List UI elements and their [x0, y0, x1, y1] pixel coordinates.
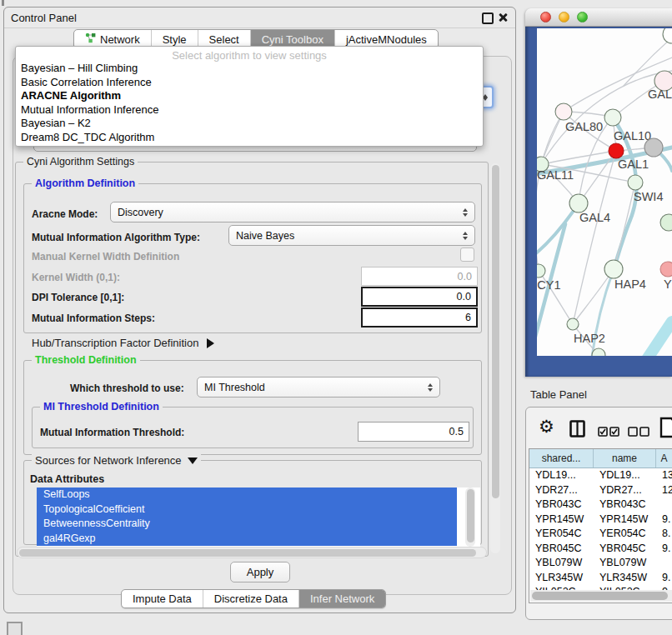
table-row[interactable]: YBL079WYBL079W — [529, 556, 672, 571]
mi-algorithm-type-value: Naive Bayes — [236, 230, 463, 242]
data-attribute-item[interactable]: SelfLoops — [37, 488, 457, 502]
apply-button[interactable]: Apply — [230, 562, 290, 582]
mi-threshold-group-title: MI Threshold Definition — [40, 401, 163, 412]
network-node[interactable] — [555, 103, 572, 120]
deselect-all-checkboxes-icon[interactable] — [628, 425, 649, 440]
network-node[interactable] — [609, 143, 624, 158]
sources-group-title: Sources for Network Inference — [35, 454, 182, 467]
network-canvas[interactable]: GALGAL80GAL10GAL1GAL11SWI4GAL4GCY1HAP4YH… — [537, 28, 672, 356]
network-node[interactable] — [628, 175, 643, 190]
collapse-down-icon[interactable] — [188, 458, 198, 464]
network-window-titlebar[interactable] — [525, 8, 672, 27]
network-node[interactable] — [663, 28, 672, 43]
which-threshold-value: MI Threshold — [204, 382, 428, 393]
table-cell: YDL19... — [529, 468, 594, 483]
table-row[interactable]: YDR27...YDR27...12 — [529, 483, 672, 498]
algorithm-option[interactable]: Basic Correlation Inference — [16, 76, 483, 90]
threshold-definition-title: Threshold Definition — [32, 354, 140, 366]
manual-kernel-checkbox[interactable] — [460, 248, 474, 262]
collapsed-panel-icon[interactable] — [7, 622, 23, 635]
table-row[interactable]: YLR345WYLR345W9. — [529, 571, 672, 586]
table-cell: YDL19... — [594, 468, 656, 483]
table-cell: YDR27... — [529, 483, 594, 498]
scrollbar-thumb[interactable] — [467, 489, 474, 542]
network-graph[interactable]: GALGAL80GAL10GAL1GAL11SWI4GAL4GCY1HAP4YH… — [537, 28, 672, 356]
data-attribute-item[interactable]: TopologicalCoefficient — [37, 502, 457, 518]
tab-infer-network[interactable]: Infer Network — [299, 590, 385, 608]
table-row[interactable]: YPR145WYPR145W9. — [529, 512, 672, 528]
aracne-mode-combobox[interactable]: Discovery — [110, 202, 475, 222]
which-threshold-combobox[interactable]: MI Threshold — [197, 377, 440, 398]
column-header-0[interactable]: shared... — [529, 449, 594, 468]
table-cell — [656, 498, 672, 512]
table-cell: YPR145W — [594, 512, 656, 528]
network-node[interactable] — [660, 262, 672, 277]
settings-horizontal-scrollbar[interactable] — [17, 547, 487, 558]
table-cell: 12 — [656, 483, 672, 498]
table-horizontal-scrollbar[interactable] — [530, 590, 672, 602]
network-view-window: GALGAL80GAL10GAL1GAL11SWI4GAL4GCY1HAP4YH… — [525, 8, 672, 377]
network-edge[interactable] — [634, 322, 672, 356]
algorithm-option[interactable]: ARACNE Algorithm — [16, 89, 483, 103]
combobox-spinner-icon — [463, 208, 468, 217]
column-header-1[interactable]: name — [594, 449, 656, 468]
mi-algorithm-type-combobox[interactable]: Naive Bayes — [228, 225, 475, 246]
tab-discretize-data[interactable]: Discretize Data — [203, 590, 299, 608]
table-row[interactable]: YER054CYER054C8. — [529, 527, 672, 542]
data-attribute-item[interactable]: BetweennessCentrality — [37, 517, 457, 532]
table-row[interactable]: YBR043CYBR043C — [529, 498, 672, 512]
combobox-spinner-icon — [428, 383, 433, 392]
table-cell: 9. — [656, 512, 672, 528]
tab-label: Infer Network — [310, 592, 374, 605]
hub-definition-label: Hub/Transcription Factor Definition — [32, 337, 198, 349]
attributes-list-scrollbar[interactable] — [465, 488, 475, 547]
column-header-2[interactable]: A — [656, 449, 672, 468]
table-cell: YLR345W — [594, 571, 656, 586]
hub-definition-row[interactable]: Hub/Transcription Factor Definition — [32, 337, 214, 349]
network-node-label: GAL10 — [614, 129, 651, 142]
cyni-settings-title: Cyni Algorithm Settings — [23, 156, 138, 168]
network-node[interactable] — [604, 260, 623, 278]
data-attributes-list[interactable]: SelfLoopsTopologicalCoefficientBetweenne… — [37, 488, 480, 547]
table-cell: YDR27... — [594, 483, 656, 498]
node-table: shared...nameA YDL19...YDL19...13YDR27..… — [529, 448, 672, 603]
scrollbar-thumb[interactable] — [492, 165, 499, 498]
expand-right-icon[interactable] — [207, 338, 214, 348]
document-icon[interactable] — [659, 417, 672, 442]
dpi-tolerance-field[interactable]: 0.0 — [361, 287, 478, 307]
tab-impute-data[interactable]: Impute Data — [122, 590, 203, 608]
combobox-spinner-icon — [463, 232, 468, 240]
float-window-icon[interactable] — [482, 12, 494, 24]
table-row[interactable]: YBR045CYBR045C9. — [529, 542, 672, 557]
network-node[interactable] — [567, 318, 579, 330]
algorithm-option[interactable]: Mutual Information Inference — [16, 103, 483, 118]
manual-kernel-label: Manual Kernel Width Definition — [32, 251, 179, 262]
mi-steps-field[interactable]: 6 — [361, 308, 478, 328]
network-node[interactable] — [537, 264, 545, 278]
network-edge[interactable] — [614, 182, 635, 269]
scrollbar-thumb[interactable] — [19, 549, 476, 557]
tab-label: Network — [100, 33, 140, 46]
close-window-icon[interactable] — [498, 12, 508, 22]
network-node[interactable] — [569, 194, 588, 212]
zoom-traffic-light[interactable] — [577, 12, 588, 22]
select-all-checkboxes-icon[interactable] — [598, 425, 619, 440]
gear-icon[interactable]: ⚙ — [539, 418, 554, 435]
algorithm-option[interactable]: Bayesian – K2 — [16, 117, 483, 131]
table-row[interactable]: YDL19...YDL19...13 — [529, 468, 672, 483]
kernel-width-field[interactable]: 0.0 — [361, 267, 478, 286]
data-attribute-item[interactable]: gal4RGexp — [37, 532, 457, 547]
mi-threshold-field[interactable]: 0.5 — [358, 422, 469, 442]
close-traffic-light[interactable] — [540, 12, 551, 22]
settings-vertical-scrollbar[interactable] — [490, 163, 500, 553]
scrollbar-thumb[interactable] — [532, 592, 668, 600]
network-node[interactable] — [660, 214, 672, 231]
minimize-traffic-light[interactable] — [559, 12, 569, 22]
network-node[interactable] — [604, 109, 621, 126]
which-threshold-label: Which threshold to use: — [70, 382, 184, 394]
network-node[interactable] — [644, 138, 663, 157]
network-node-label: HAP4 — [614, 278, 646, 291]
algorithm-option[interactable]: Dream8 DC_TDC Algorithm — [16, 131, 483, 145]
split-columns-icon[interactable] — [569, 420, 585, 441]
algorithm-option[interactable]: Bayesian – Hill Climbing — [16, 62, 483, 76]
